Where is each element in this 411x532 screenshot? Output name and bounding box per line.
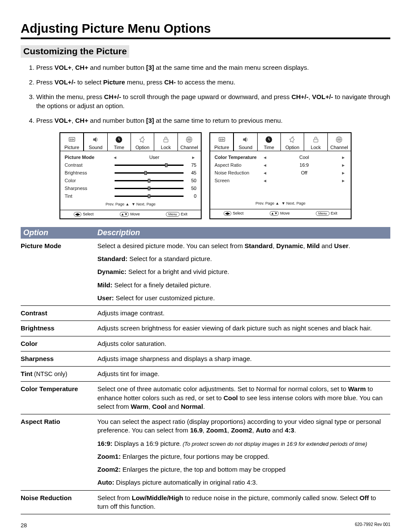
lock-icon bbox=[154, 134, 177, 145]
osd-footer: ◀▶Select ▲▼Move MenuExit bbox=[60, 210, 201, 218]
osd-panel-picture-options: PictureSoundTimeOptionLockChannel Color … bbox=[209, 132, 352, 219]
options-table-header: Option Description bbox=[21, 227, 390, 239]
picture-icon bbox=[210, 134, 233, 145]
arrow-right-icon: ► bbox=[190, 155, 196, 160]
osd-tab-lock: Lock bbox=[304, 133, 327, 151]
osd-row-aspect-ratio: Aspect Ratio◄16:9► bbox=[215, 162, 346, 169]
revision-code: 620-7992 Rev 001 bbox=[355, 522, 390, 529]
osd-tab-option: Option bbox=[131, 133, 154, 151]
osd-tab-lock: Lock bbox=[154, 133, 177, 151]
title-rule bbox=[21, 37, 390, 39]
row-tint: Tint (NTSC only) Adjusts tint for image. bbox=[21, 367, 390, 382]
osd-tab-picture: Picture bbox=[60, 133, 84, 151]
sound-icon bbox=[84, 134, 107, 145]
row-noise-reduction: Noise Reduction Select from Low/Middle/H… bbox=[21, 490, 390, 514]
osd-tab-time: Time bbox=[258, 133, 281, 151]
col-option: Option bbox=[23, 228, 97, 237]
arrow-left-icon: ◄ bbox=[112, 155, 118, 160]
time-icon bbox=[258, 134, 280, 145]
channel-icon bbox=[328, 134, 351, 145]
step-2: Press VOL+/- to select Picture menu, pre… bbox=[36, 78, 390, 87]
svg-point-6 bbox=[220, 139, 221, 140]
osd-pager: Prev. Page ▲ ▼ Next. Page bbox=[215, 199, 346, 207]
osd-tab-channel: Channel bbox=[178, 133, 201, 151]
osd-row-picture-mode: Picture Mode ◄ User ► bbox=[65, 154, 196, 161]
svg-point-1 bbox=[70, 139, 71, 140]
row-brightness: Brightness Adjusts screen brightness for… bbox=[21, 321, 390, 336]
page-footer: 28 620-7992 Rev 001 bbox=[21, 522, 390, 529]
option-icon bbox=[131, 134, 154, 145]
osd-tab-time: Time bbox=[108, 133, 131, 151]
osd-tab-picture: Picture bbox=[210, 133, 234, 151]
osd-pager: Prev. Page ▲ ▼ Next. Page bbox=[65, 200, 196, 208]
osd-panel-picture-sliders: PictureSoundTimeOptionLockChannel Pictur… bbox=[59, 132, 202, 219]
osd-footer: ◀▶Select ▲▼Move MenuExit bbox=[210, 209, 351, 218]
osd-tab-channel: Channel bbox=[328, 133, 351, 151]
page-title: Adjusting Picture Menu Options bbox=[21, 22, 390, 36]
row-contrast: Contrast Adjusts image contrast. bbox=[21, 306, 390, 321]
document-page: Adjusting Picture Menu Options Customizi… bbox=[0, 0, 411, 532]
osd-row-color-temperature: Color Temperature◄Cool► bbox=[215, 154, 346, 161]
osd-row-tint: Tint0 bbox=[65, 193, 196, 200]
osd-row-brightness: Brightness45 bbox=[65, 169, 196, 177]
page-number: 28 bbox=[21, 522, 27, 529]
osd-row-color: Color50 bbox=[65, 177, 196, 184]
row-aspect-ratio: Aspect Ratio You can select the aspect r… bbox=[21, 414, 390, 491]
row-color: Color Adjusts color saturation. bbox=[21, 336, 390, 351]
picture-icon bbox=[60, 134, 83, 145]
step-4: Press VOL+, CH+ and number button [3] at… bbox=[36, 116, 390, 125]
option-icon bbox=[281, 134, 304, 145]
channel-icon bbox=[178, 134, 201, 145]
osd-row-noise-reduction: Noise Reduction◄Off► bbox=[215, 169, 346, 177]
step-3: Within the menu, press CH+/- to scroll t… bbox=[36, 92, 390, 111]
osd-screenshots: PictureSoundTimeOptionLockChannel Pictur… bbox=[21, 132, 390, 219]
osd-row-screen: Screen◄► bbox=[215, 177, 346, 184]
options-table: Picture Mode Select a desired picture mo… bbox=[21, 239, 390, 514]
section-heading: Customizing the Picture bbox=[21, 45, 129, 58]
instruction-steps: Press VOL+, CH+ and number button [3] at… bbox=[21, 63, 390, 125]
osd-tab-sound: Sound bbox=[234, 133, 257, 151]
row-color-temperature: Color Temperature Select one of three au… bbox=[21, 382, 390, 414]
row-sharpness: Sharpness Adjusts image sharpness and di… bbox=[21, 351, 390, 366]
svg-rect-3 bbox=[164, 139, 168, 142]
svg-rect-8 bbox=[314, 139, 318, 142]
step-1: Press VOL+, CH+ and number button [3] at… bbox=[36, 63, 390, 72]
osd-tab-sound: Sound bbox=[84, 133, 107, 151]
sound-icon bbox=[234, 134, 257, 145]
row-picture-mode: Picture Mode Select a desired picture mo… bbox=[21, 239, 390, 306]
col-description: Description bbox=[97, 228, 388, 237]
osd-row-sharpness: Sharpness50 bbox=[65, 185, 196, 192]
osd-tab-option: Option bbox=[281, 133, 304, 151]
time-icon bbox=[108, 134, 131, 145]
lock-icon bbox=[304, 134, 327, 145]
osd-row-contrast: Contrast75 bbox=[65, 162, 196, 169]
